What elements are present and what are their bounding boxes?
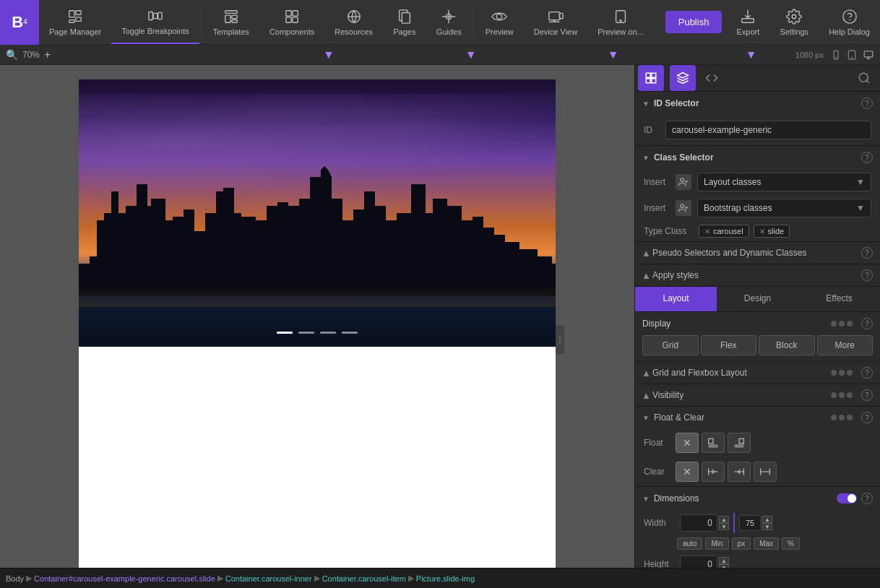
- zoom-bar: 🔍 70% + ▼ ▼ ▼ ▼ 1080 px: [0, 45, 880, 65]
- class-insert-icon-2[interactable]: [676, 200, 691, 216]
- fc-dot-2: [839, 415, 845, 420]
- bc-container-carousel[interactable]: Container#carousel-example-generic.carou…: [34, 574, 215, 583]
- width-percent-btn[interactable]: %: [782, 537, 800, 550]
- dimensions-toggle[interactable]: [837, 493, 857, 503]
- panel-tab-grid[interactable]: [638, 65, 664, 91]
- height-value-input[interactable]: [680, 555, 717, 568]
- class-insert-label-1: Insert: [644, 177, 670, 187]
- breadcrumb-item-carousel-inner: Container.carousel-inner: [225, 574, 312, 583]
- toolbar-item-pages[interactable]: Pages: [383, 0, 426, 44]
- toolbar-item-preview-on[interactable]: Preview on...: [587, 0, 654, 44]
- width-unit-spinners: ▲ ▼: [762, 516, 772, 530]
- clear-btn-both[interactable]: [754, 462, 777, 482]
- class-insert-icon-1[interactable]: [676, 174, 691, 190]
- class-dropdown-2[interactable]: Bootstrap classes ▼: [697, 199, 871, 217]
- display-btn-more[interactable]: More: [817, 335, 873, 355]
- float-btn-none[interactable]: ✕: [676, 433, 699, 453]
- canvas-resize-handle[interactable]: ⋮: [556, 325, 564, 354]
- carousel-dot-2[interactable]: [298, 332, 314, 334]
- class-tag-remove-slide[interactable]: ✕: [759, 228, 765, 235]
- svg-rect-14: [293, 17, 298, 22]
- panel-tab-code[interactable]: [699, 65, 725, 91]
- display-btn-block[interactable]: Block: [759, 335, 815, 355]
- display-btn-grid[interactable]: Grid: [642, 335, 699, 355]
- class-selector-header[interactable]: ▼ Class Selector ?: [635, 146, 880, 169]
- breadcrumb-item-picture: Picture.slide-img: [416, 574, 475, 583]
- pseudo-help[interactable]: ?: [861, 247, 873, 259]
- width-auto-btn[interactable]: auto: [677, 537, 702, 550]
- toolbar-item-templates[interactable]: Templates: [203, 0, 259, 44]
- grid-flexbox-header[interactable]: ▶ Grid and Flexbox Layout ?: [635, 362, 880, 384]
- panel-tab-search[interactable]: [851, 65, 877, 91]
- toolbar-item-toggle-breakpoints[interactable]: Toggle Breakpoints: [111, 0, 199, 44]
- panel-tab-style[interactable]: [670, 65, 696, 91]
- width-value-input[interactable]: [680, 514, 717, 532]
- visibility-header[interactable]: ▶ Visibility ?: [635, 384, 880, 406]
- width-spin-up[interactable]: ▲: [719, 516, 729, 523]
- bc-body[interactable]: Body: [6, 574, 24, 583]
- float-clear-header[interactable]: ▼ Float & Clear ?: [635, 407, 880, 428]
- zoom-decrease-icon[interactable]: 🔍: [6, 49, 18, 61]
- width-unit-input[interactable]: [739, 515, 761, 531]
- class-selector-help[interactable]: ?: [861, 152, 873, 163]
- toolbar-item-page-manager[interactable]: Page Manager: [39, 0, 111, 44]
- bc-carousel-inner[interactable]: Container.carousel-inner: [225, 574, 312, 583]
- width-spin-down[interactable]: ▼: [719, 523, 729, 530]
- clear-row: Clear ✕: [635, 457, 880, 486]
- page-manager-icon: [67, 9, 83, 25]
- bc-carousel-item[interactable]: Container.carousel-item: [322, 574, 406, 583]
- width-px-btn[interactable]: px: [732, 537, 751, 550]
- clear-btn-left[interactable]: [702, 462, 725, 482]
- toolbar-item-preview[interactable]: Preview: [475, 0, 524, 44]
- display-help[interactable]: ?: [861, 318, 873, 329]
- apply-help[interactable]: ?: [861, 269, 873, 281]
- tab-effects[interactable]: Effects: [798, 287, 880, 311]
- bc-picture[interactable]: Picture.slide-img: [416, 574, 475, 583]
- width-unit-spin-up[interactable]: ▲: [762, 516, 772, 523]
- toolbar-btn-help[interactable]: Help Dialog: [819, 0, 880, 44]
- width-auto-row: auto Min px Max %: [635, 536, 880, 553]
- clear-btn-right[interactable]: [728, 462, 751, 482]
- id-input[interactable]: [665, 121, 871, 139]
- visibility-help[interactable]: ?: [861, 389, 873, 401]
- publish-button[interactable]: Publish: [665, 11, 722, 33]
- apply-styles-section: ▶ Apply styles ?: [635, 264, 880, 287]
- breadcrumb-item-container: Container#carousel-example-generic.carou…: [34, 574, 215, 583]
- toolbar-item-device-view[interactable]: Device View: [524, 0, 587, 44]
- apply-styles-row[interactable]: ▶ Apply styles ?: [635, 264, 880, 286]
- toolbar-label-components: Components: [269, 27, 314, 36]
- tab-design[interactable]: Design: [717, 287, 798, 311]
- float-clear-help[interactable]: ?: [861, 412, 873, 423]
- id-selector-help[interactable]: ?: [861, 98, 873, 109]
- height-spin-up[interactable]: ▲: [719, 557, 729, 564]
- pseudo-selectors-row[interactable]: ▶ Pseudo Selectors and Dynamic Classes ?: [635, 242, 880, 264]
- carousel-dot-1[interactable]: [277, 332, 293, 334]
- zoom-increase-icon[interactable]: +: [44, 48, 51, 61]
- class-dropdown-1[interactable]: Layout classes ▼: [697, 173, 871, 191]
- toolbar-btn-settings[interactable]: Settings: [769, 0, 819, 44]
- add-class-icon-1: [678, 177, 689, 187]
- display-title: Display: [642, 319, 831, 329]
- grid-flexbox-help[interactable]: ?: [861, 367, 873, 379]
- width-unit-spin-down[interactable]: ▼: [762, 523, 772, 530]
- display-btn-flex[interactable]: Flex: [701, 335, 757, 355]
- width-min-btn[interactable]: Min: [705, 537, 728, 550]
- dimensions-help[interactable]: ?: [861, 493, 873, 504]
- float-btn-right[interactable]: [728, 433, 751, 453]
- toolbar-item-components[interactable]: Components: [259, 0, 324, 44]
- carousel-dot-4[interactable]: [342, 332, 358, 334]
- id-selector-header[interactable]: ▼ ID Selector ?: [635, 92, 880, 115]
- width-max-btn[interactable]: Max: [754, 537, 779, 550]
- clear-btn-none[interactable]: ✕: [676, 462, 699, 482]
- dimensions-chevron[interactable]: ▼: [642, 495, 650, 503]
- toolbar-item-resources[interactable]: Resources: [324, 0, 383, 44]
- canvas-area[interactable]: ⋮: [0, 65, 634, 568]
- tab-layout[interactable]: Layout: [635, 287, 717, 311]
- toolbar-item-guides[interactable]: Guides: [426, 0, 472, 44]
- toolbar-btn-export[interactable]: Export: [726, 0, 769, 44]
- carousel-dot-3[interactable]: [320, 332, 336, 334]
- layout-design-effects-tabs: Layout Design Effects: [635, 287, 880, 312]
- class-tag-remove-carousel[interactable]: ✕: [704, 228, 710, 235]
- float-btn-left[interactable]: [702, 433, 725, 453]
- breadcrumb-item-body: Body: [6, 574, 24, 583]
